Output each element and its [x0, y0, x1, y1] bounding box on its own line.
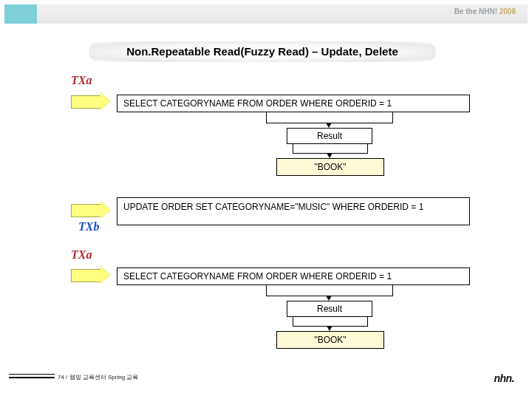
footer-logo: nhn.	[494, 372, 514, 384]
sql-select-2: SELECT CATEGORYNAME FROM ORDER WHERE ORD…	[117, 267, 470, 285]
txa-label-2: TXa	[71, 248, 92, 262]
title-text: Non.Repeatable Read(Fuzzy Read) – Update…	[89, 41, 436, 62]
header-band	[4, 4, 528, 24]
txa-label-1: TXa	[71, 74, 92, 87]
slide: Be the NHN! 2008 Non.Repeatable Read(Fuz…	[0, 0, 532, 399]
header-accent	[4, 4, 37, 24]
arrowhead-4	[327, 326, 332, 331]
slide-title: Non.Repeatable Read(Fuzzy Read) – Update…	[89, 41, 436, 62]
txb-label: TXb	[78, 220, 99, 233]
sql-update: UPDATE ORDER SET CATEGORYNAME="MUSIC" WH…	[117, 197, 470, 225]
arrow-txa-1	[71, 92, 112, 110]
result-value-1: "BOOK"	[276, 158, 384, 176]
sql-select-1: SELECT CATEGORYNAME FROM ORDER WHERE ORD…	[117, 95, 470, 112]
connector-1	[266, 112, 393, 123]
arrow-txa-2	[71, 266, 112, 284]
arrowhead-2	[327, 153, 332, 158]
brand-prefix: Be the NHN!	[454, 7, 499, 16]
sql-update-text: UPDATE ORDER SET CATEGORYNAME="MUSIC" WH…	[123, 202, 423, 212]
arrowhead-3	[326, 296, 332, 301]
arrow-txb	[71, 201, 112, 219]
footer-rule-bottom	[9, 377, 55, 378]
header-brand: Be the NHN! 2008	[454, 7, 516, 16]
arrowhead-1	[326, 123, 332, 128]
result-value-2: "BOOK"	[276, 331, 384, 349]
result-label-1: Result	[287, 128, 372, 144]
result-label-2: Result	[287, 301, 372, 317]
brand-year: 2008	[499, 7, 516, 16]
connector-3	[266, 285, 393, 296]
footer-caption: 74 / 웹빙 교육센터 Spring 교육	[58, 373, 138, 381]
footer-rule-top	[9, 374, 55, 375]
